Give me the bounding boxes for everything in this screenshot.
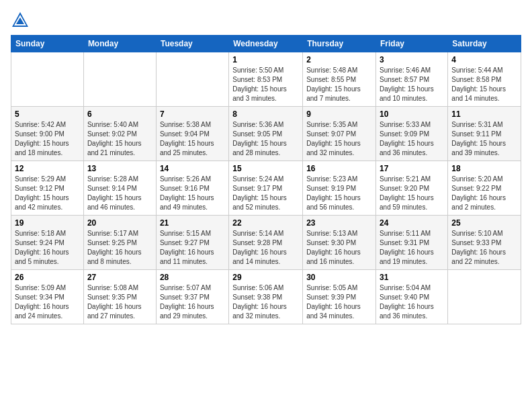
day-number: 5 [15, 109, 80, 119]
day-number: 6 [87, 109, 152, 119]
day-number: 23 [306, 218, 372, 228]
day-number: 30 [306, 273, 372, 282]
day-number: 7 [160, 109, 225, 119]
day-cell: 17Sunrise: 5:21 AM Sunset: 9:20 PM Dayli… [376, 161, 448, 216]
day-cell: 10Sunrise: 5:33 AM Sunset: 9:09 PM Dayli… [376, 107, 448, 161]
day-info: Sunrise: 5:10 AM Sunset: 9:33 PM Dayligh… [451, 229, 517, 267]
day-number: 4 [451, 55, 517, 64]
day-info: Sunrise: 5:29 AM Sunset: 9:12 PM Dayligh… [15, 175, 80, 212]
day-cell: 4Sunrise: 5:44 AM Sunset: 8:58 PM Daylig… [448, 52, 521, 107]
day-info: Sunrise: 5:38 AM Sunset: 9:04 PM Dayligh… [160, 120, 225, 158]
day-number: 22 [232, 218, 299, 228]
day-info: Sunrise: 5:08 AM Sunset: 9:35 PM Dayligh… [87, 283, 152, 321]
week-row-4: 26Sunrise: 5:09 AM Sunset: 9:34 PM Dayli… [11, 270, 521, 324]
week-row-3: 19Sunrise: 5:18 AM Sunset: 9:24 PM Dayli… [11, 216, 521, 270]
day-info: Sunrise: 5:44 AM Sunset: 8:58 PM Dayligh… [451, 66, 517, 103]
day-info: Sunrise: 5:24 AM Sunset: 9:17 PM Dayligh… [232, 175, 299, 212]
day-info: Sunrise: 5:48 AM Sunset: 8:55 PM Dayligh… [306, 66, 372, 103]
day-cell: 22Sunrise: 5:14 AM Sunset: 9:28 PM Dayli… [229, 216, 303, 270]
header-cell-sunday: Sunday [11, 36, 84, 52]
logo-icon [11, 11, 30, 30]
day-cell: 6Sunrise: 5:40 AM Sunset: 9:02 PM Daylig… [83, 107, 156, 161]
day-cell [11, 52, 84, 107]
day-number: 28 [160, 273, 225, 282]
day-info: Sunrise: 5:07 AM Sunset: 9:37 PM Dayligh… [160, 283, 225, 321]
header-cell-wednesday: Wednesday [229, 36, 303, 52]
day-number: 2 [306, 55, 372, 64]
day-cell: 15Sunrise: 5:24 AM Sunset: 9:17 PM Dayli… [229, 161, 303, 216]
header-cell-thursday: Thursday [303, 36, 376, 52]
day-cell: 30Sunrise: 5:05 AM Sunset: 9:39 PM Dayli… [303, 270, 376, 324]
day-info: Sunrise: 5:11 AM Sunset: 9:31 PM Dayligh… [380, 229, 444, 267]
day-number: 21 [160, 218, 225, 228]
day-number: 20 [87, 218, 152, 228]
day-number: 15 [232, 164, 299, 173]
week-row-1: 5Sunrise: 5:42 AM Sunset: 9:00 PM Daylig… [11, 107, 521, 161]
day-cell: 8Sunrise: 5:36 AM Sunset: 9:05 PM Daylig… [229, 107, 303, 161]
day-info: Sunrise: 5:23 AM Sunset: 9:19 PM Dayligh… [306, 175, 372, 212]
day-info: Sunrise: 5:13 AM Sunset: 9:30 PM Dayligh… [306, 229, 372, 267]
day-number: 26 [15, 273, 80, 282]
day-info: Sunrise: 5:20 AM Sunset: 9:22 PM Dayligh… [451, 175, 517, 212]
day-number: 18 [451, 164, 517, 173]
day-cell: 31Sunrise: 5:04 AM Sunset: 9:40 PM Dayli… [376, 270, 448, 324]
day-info: Sunrise: 5:17 AM Sunset: 9:25 PM Dayligh… [87, 229, 152, 267]
day-number: 25 [451, 218, 517, 228]
day-number: 17 [380, 164, 444, 173]
day-number: 10 [380, 109, 444, 119]
calendar-header [11, 11, 521, 30]
day-cell: 21Sunrise: 5:15 AM Sunset: 9:27 PM Dayli… [156, 216, 228, 270]
day-number: 9 [306, 109, 372, 119]
day-info: Sunrise: 5:15 AM Sunset: 9:27 PM Dayligh… [160, 229, 225, 267]
day-cell: 20Sunrise: 5:17 AM Sunset: 9:25 PM Dayli… [83, 216, 156, 270]
day-info: Sunrise: 5:50 AM Sunset: 8:53 PM Dayligh… [232, 66, 299, 103]
day-cell: 3Sunrise: 5:46 AM Sunset: 8:57 PM Daylig… [376, 52, 448, 107]
day-cell [448, 270, 521, 324]
week-row-2: 12Sunrise: 5:29 AM Sunset: 9:12 PM Dayli… [11, 161, 521, 216]
day-cell: 11Sunrise: 5:31 AM Sunset: 9:11 PM Dayli… [448, 107, 521, 161]
day-info: Sunrise: 5:28 AM Sunset: 9:14 PM Dayligh… [87, 175, 152, 212]
day-number: 16 [306, 164, 372, 173]
day-cell: 13Sunrise: 5:28 AM Sunset: 9:14 PM Dayli… [83, 161, 156, 216]
header-cell-tuesday: Tuesday [156, 36, 228, 52]
day-info: Sunrise: 5:40 AM Sunset: 9:02 PM Dayligh… [87, 120, 152, 158]
header-cell-friday: Friday [376, 36, 448, 52]
day-info: Sunrise: 5:26 AM Sunset: 9:16 PM Dayligh… [160, 175, 225, 212]
day-info: Sunrise: 5:36 AM Sunset: 9:05 PM Dayligh… [232, 120, 299, 158]
day-cell: 26Sunrise: 5:09 AM Sunset: 9:34 PM Dayli… [11, 270, 84, 324]
day-cell: 28Sunrise: 5:07 AM Sunset: 9:37 PM Dayli… [156, 270, 228, 324]
day-number: 12 [15, 164, 80, 173]
day-number: 11 [451, 109, 517, 119]
day-cell: 2Sunrise: 5:48 AM Sunset: 8:55 PM Daylig… [303, 52, 376, 107]
logo [11, 11, 32, 30]
day-number: 27 [87, 273, 152, 282]
day-cell [156, 52, 228, 107]
day-cell: 14Sunrise: 5:26 AM Sunset: 9:16 PM Dayli… [156, 161, 228, 216]
day-info: Sunrise: 5:09 AM Sunset: 9:34 PM Dayligh… [15, 283, 80, 321]
day-number: 24 [380, 218, 444, 228]
day-info: Sunrise: 5:14 AM Sunset: 9:28 PM Dayligh… [232, 229, 299, 267]
header-row: SundayMondayTuesdayWednesdayThursdayFrid… [11, 36, 521, 52]
day-cell: 7Sunrise: 5:38 AM Sunset: 9:04 PM Daylig… [156, 107, 228, 161]
day-info: Sunrise: 5:42 AM Sunset: 9:00 PM Dayligh… [15, 120, 80, 158]
day-info: Sunrise: 5:31 AM Sunset: 9:11 PM Dayligh… [451, 120, 517, 158]
day-cell: 24Sunrise: 5:11 AM Sunset: 9:31 PM Dayli… [376, 216, 448, 270]
day-cell: 25Sunrise: 5:10 AM Sunset: 9:33 PM Dayli… [448, 216, 521, 270]
day-cell: 27Sunrise: 5:08 AM Sunset: 9:35 PM Dayli… [83, 270, 156, 324]
day-cell: 12Sunrise: 5:29 AM Sunset: 9:12 PM Dayli… [11, 161, 84, 216]
day-number: 14 [160, 164, 225, 173]
day-info: Sunrise: 5:04 AM Sunset: 9:40 PM Dayligh… [380, 283, 444, 321]
header-cell-saturday: Saturday [448, 36, 521, 52]
day-cell: 16Sunrise: 5:23 AM Sunset: 9:19 PM Dayli… [303, 161, 376, 216]
day-number: 13 [87, 164, 152, 173]
day-info: Sunrise: 5:21 AM Sunset: 9:20 PM Dayligh… [380, 175, 444, 212]
day-number: 1 [232, 55, 299, 64]
day-cell: 1Sunrise: 5:50 AM Sunset: 8:53 PM Daylig… [229, 52, 303, 107]
day-number: 8 [232, 109, 299, 119]
day-cell: 29Sunrise: 5:06 AM Sunset: 9:38 PM Dayli… [229, 270, 303, 324]
header-cell-monday: Monday [83, 36, 156, 52]
day-info: Sunrise: 5:35 AM Sunset: 9:07 PM Dayligh… [306, 120, 372, 158]
day-info: Sunrise: 5:06 AM Sunset: 9:38 PM Dayligh… [232, 283, 299, 321]
week-row-0: 1Sunrise: 5:50 AM Sunset: 8:53 PM Daylig… [11, 52, 521, 107]
day-cell: 5Sunrise: 5:42 AM Sunset: 9:00 PM Daylig… [11, 107, 84, 161]
